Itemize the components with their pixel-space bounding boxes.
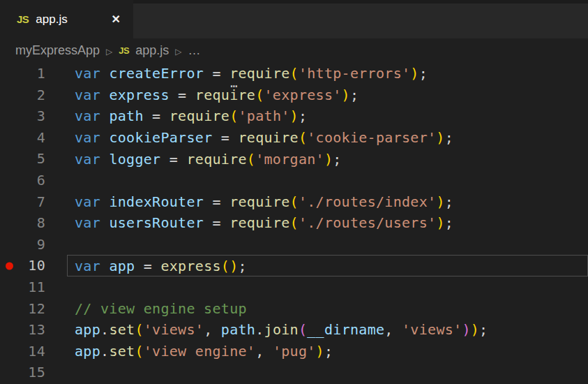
code-token: var <box>75 129 109 146</box>
code-token: ; <box>479 321 488 338</box>
code-line[interactable]: 2var express = require('express'); <box>0 84 588 106</box>
code-line[interactable]: 8var usersRouter = require('./routes/use… <box>0 212 588 234</box>
code-line-content[interactable]: var createError = require('http-errors')… <box>67 63 588 84</box>
code-token: ; <box>419 65 428 82</box>
code-line-content[interactable]: // view engine setup <box>67 298 588 320</box>
code-line[interactable]: 5var logger = require('morgan'); <box>0 148 588 170</box>
code-token: ; <box>239 258 247 274</box>
code-token: ) <box>436 193 444 210</box>
line-number[interactable]: 8 <box>0 212 45 234</box>
line-number[interactable]: 13 <box>0 319 45 341</box>
code-token: ) <box>342 87 350 103</box>
code-line[interactable]: 6 <box>0 170 588 191</box>
code-token: . <box>255 321 264 338</box>
code-line[interactable]: 11 <box>0 276 588 298</box>
line-number[interactable]: 5 <box>0 148 45 170</box>
code-token: path <box>109 108 143 124</box>
code-editor[interactable]: 1var createError = require('http-errors'… <box>0 63 588 384</box>
code-line[interactable]: 3var path = require('path'); <box>0 105 588 127</box>
close-icon[interactable]: ✕ <box>109 11 123 27</box>
code-token: path <box>221 321 255 338</box>
code-line[interactable]: 10var app = express(); <box>0 255 588 276</box>
line-number[interactable]: 14 <box>0 341 45 362</box>
line-number[interactable]: 2 <box>0 84 45 106</box>
code-token: ( <box>290 193 299 210</box>
code-token: express <box>109 87 169 103</box>
code-token: ) <box>324 151 333 168</box>
line-number[interactable]: 1 <box>0 63 45 84</box>
code-line[interactable]: 15 <box>0 362 588 383</box>
code-token: __dirname <box>307 321 384 338</box>
code-token: require <box>229 214 289 231</box>
code-line-content[interactable]: app.set('views', path.join(__dirname, 'v… <box>67 319 588 341</box>
code-token: = <box>204 193 229 210</box>
code-token: ( <box>299 321 307 338</box>
code-line-content[interactable] <box>67 362 588 383</box>
code-token: './routes/users' <box>299 214 436 231</box>
code-line-content[interactable]: app.set('view engine', 'pug'); <box>67 341 588 362</box>
breakpoint-icon[interactable] <box>6 262 13 269</box>
code-token: ; <box>445 129 453 146</box>
breadcrumb-file[interactable]: app.js <box>135 43 169 58</box>
tab-label: app.js <box>36 13 67 27</box>
code-token: createError <box>109 65 204 82</box>
line-number[interactable]: 12 <box>0 298 45 320</box>
code-token: app <box>75 343 100 360</box>
code-token: ; <box>445 214 453 231</box>
code-token: = <box>135 258 160 274</box>
code-token: usersRouter <box>109 214 204 231</box>
code-token: var <box>75 65 109 82</box>
line-number[interactable]: 4 <box>0 127 45 149</box>
code-token: ; <box>445 193 453 210</box>
code-token: // view engine setup <box>75 300 247 317</box>
code-line[interactable]: 13app.set('views', path.join(__dirname, … <box>0 319 588 341</box>
code-line[interactable]: 14app.set('view engine', 'pug'); <box>0 341 588 362</box>
code-line[interactable]: 12// view engine setup <box>0 298 588 320</box>
code-token: 'view engine' <box>144 343 255 360</box>
code-line-content[interactable]: var logger = require('morgan'); <box>67 148 588 170</box>
code-token: ( <box>135 321 143 338</box>
code-token: require <box>169 108 229 124</box>
line-number[interactable]: 6 <box>0 170 45 191</box>
code-token: logger <box>109 151 160 168</box>
tab-app-js[interactable]: JS app.js ✕ <box>0 0 133 38</box>
code-line-content[interactable]: var usersRouter = require('./routes/user… <box>67 212 588 234</box>
code-token: set <box>109 321 135 338</box>
code-line[interactable]: 7var indexRouter = require('./routes/ind… <box>0 191 588 213</box>
code-token: ) <box>316 343 324 360</box>
breadcrumb-folder[interactable]: myExpressApp <box>15 43 100 58</box>
code-token: require <box>229 193 289 210</box>
code-token: , <box>204 321 221 338</box>
code-line-content[interactable]: var cookieParser = require('cookie-parse… <box>67 127 588 149</box>
code-line[interactable]: 4var cookieParser = require('cookie-pars… <box>0 127 588 149</box>
code-token: , <box>384 321 402 338</box>
line-number[interactable]: 15 <box>0 362 45 383</box>
code-line-content[interactable]: var indexRouter = require('./routes/inde… <box>67 191 588 213</box>
code-line[interactable]: 9 <box>0 234 588 256</box>
code-line-content[interactable]: var path = require('path'); <box>67 105 588 127</box>
code-token: app <box>109 258 135 274</box>
code-token: 'views' <box>402 321 462 338</box>
code-line-content[interactable] <box>67 276 588 298</box>
code-token: . <box>100 321 109 338</box>
breadcrumb-more[interactable]: … <box>188 43 200 58</box>
line-number[interactable]: 9 <box>0 234 45 256</box>
code-line-content[interactable]: var express = require('express'); <box>67 84 588 106</box>
code-line[interactable]: 1var createError = require('http-errors'… <box>0 63 588 84</box>
code-line-content[interactable] <box>67 170 588 191</box>
code-lines: 1var createError = require('http-errors'… <box>0 63 588 383</box>
code-token: 'cookie-parser' <box>307 129 436 146</box>
line-number[interactable]: 11 <box>0 276 45 298</box>
line-number[interactable]: 3 <box>0 105 45 127</box>
code-token: . <box>100 343 109 360</box>
code-token: app <box>75 321 100 338</box>
code-line-content[interactable] <box>67 234 588 256</box>
code-token: ( <box>229 108 238 124</box>
code-token: indexRouter <box>109 193 204 210</box>
code-token: var <box>75 108 109 124</box>
code-token: ( <box>255 87 264 103</box>
line-number[interactable]: 7 <box>0 191 45 213</box>
code-token: 'morgan' <box>255 151 324 168</box>
code-token: 'views' <box>144 321 204 338</box>
code-line-content[interactable]: var app = express(); <box>67 255 588 276</box>
